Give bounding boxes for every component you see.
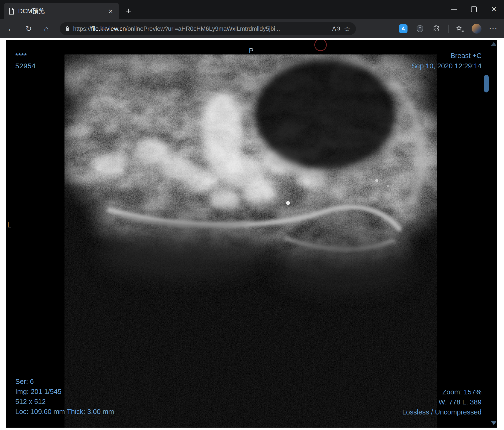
home-button[interactable]: ⌂ [39, 21, 54, 36]
favorite-star-button[interactable]: ☆ [342, 23, 352, 34]
display-info-overlay: Zoom: 157%W: 778 L: 389Lossless / Uncomp… [402, 387, 482, 417]
url-path: /onlinePreview?url=aHR0cHM6Ly9maWxlLmtrd… [126, 25, 280, 32]
document-favicon-icon [9, 8, 14, 15]
favorites-list-icon [456, 25, 464, 32]
zoom-level: Zoom: 157% [442, 388, 482, 396]
puzzle-extensions-icon [433, 25, 441, 33]
back-button[interactable]: ← [3, 21, 19, 36]
minimize-icon [451, 9, 457, 9]
url-scheme: https:// [73, 25, 91, 32]
read-aloud-icon: A [332, 25, 340, 32]
favorites-hub-button[interactable] [455, 23, 465, 34]
slice-location: Loc: 109.60 mm Thick: 3.00 mm [15, 408, 114, 415]
compression-info: Lossless / Uncompressed [402, 408, 482, 416]
shield-extension-button[interactable]: T [415, 23, 425, 34]
viewer-scrollbar-thumb[interactable] [484, 75, 489, 92]
image-matrix: 512 x 512 [15, 398, 46, 405]
extensions-button[interactable] [431, 23, 442, 34]
close-icon: × [491, 5, 496, 14]
tab-strip: DCM预览 × + × [0, 0, 504, 19]
dicom-viewport[interactable]: ****52954 Breast +CSep 10, 2020 12:29:14… [6, 40, 497, 428]
toolbar-extensions: T ⋯ [398, 23, 498, 34]
maximize-icon [471, 7, 477, 12]
read-aloud-button[interactable]: A [331, 23, 342, 34]
image-index: Img: 201 1/545 [15, 388, 61, 395]
shield-extension-icon: T [416, 25, 423, 33]
toolbar-divider [448, 25, 449, 33]
window-minimize-button[interactable] [444, 0, 464, 19]
patient-id: 52954 [15, 62, 36, 70]
refresh-button[interactable]: ↻ [21, 21, 36, 36]
page-content: ****52954 Breast +CSep 10, 2020 12:29:14… [0, 38, 504, 430]
study-datetime: Sep 10, 2020 12:29:14 [412, 62, 482, 70]
patient-name-masked: **** [15, 52, 27, 60]
orientation-marker-posterior: P [249, 47, 253, 55]
profile-avatar[interactable] [471, 24, 482, 34]
scroll-down-button[interactable] [491, 421, 496, 425]
lock-icon[interactable] [65, 26, 70, 32]
window-level: W: 778 L: 389 [439, 398, 482, 406]
series-info-overlay: Ser: 6Img: 201 1/545512 x 512Loc: 109.60… [15, 376, 114, 417]
window-close-button[interactable]: × [484, 0, 504, 19]
study-info-overlay: Breast +CSep 10, 2020 12:29:14 [412, 51, 482, 71]
address-bar[interactable]: https://file.kkview.cn/onlinePreview?url… [60, 22, 356, 35]
scroll-up-button[interactable] [491, 42, 496, 46]
settings-menu-button[interactable]: ⋯ [488, 23, 498, 34]
svg-text:A: A [332, 26, 336, 32]
window-controls: × [444, 0, 504, 19]
new-tab-button[interactable]: + [122, 5, 135, 17]
url-text: https://file.kkview.cn/onlinePreview?url… [73, 25, 331, 32]
patient-info-overlay: ****52954 [15, 51, 36, 71]
mri-image[interactable] [64, 54, 437, 428]
tab-title: DCM预览 [18, 7, 107, 15]
url-host: file.kkview.cn [91, 25, 126, 32]
window-maximize-button[interactable] [464, 0, 484, 19]
svg-text:T: T [419, 27, 421, 31]
orientation-marker-left: L [7, 221, 11, 229]
browser-window: DCM预览 × + × ← ↻ ⌂ https://file.kkview.cn… [0, 0, 504, 430]
translate-extension-icon [399, 24, 407, 33]
translate-extension-button[interactable] [398, 23, 408, 34]
roi-annotation-circle[interactable] [314, 40, 327, 51]
tab-close-button[interactable]: × [107, 8, 114, 15]
series-number: Ser: 6 [15, 378, 34, 385]
browser-toolbar: ← ↻ ⌂ https://file.kkview.cn/onlinePrevi… [0, 19, 504, 38]
browser-tab[interactable]: DCM预览 × [4, 3, 119, 19]
study-description: Breast +C [450, 52, 482, 60]
